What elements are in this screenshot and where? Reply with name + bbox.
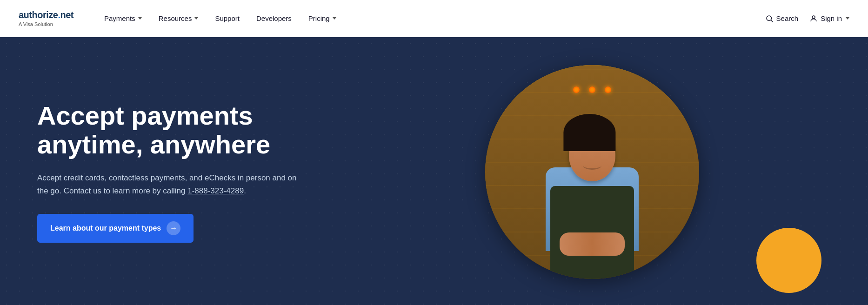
logo-text: authorize.net bbox=[19, 10, 74, 20]
hero-cta-button[interactable]: Learn about our payment types → bbox=[37, 214, 194, 243]
hero-section: Accept payments anytime, anywhere Accept… bbox=[0, 37, 868, 305]
chevron-down-icon bbox=[138, 17, 142, 20]
svg-point-0 bbox=[767, 16, 772, 21]
chevron-down-icon bbox=[333, 17, 336, 20]
hero-content: Accept payments anytime, anywhere Accept… bbox=[37, 101, 354, 243]
nav-item-developers[interactable]: Developers bbox=[250, 11, 298, 26]
woman-hands bbox=[560, 232, 625, 256]
hero-phone-link[interactable]: 1-888-323-4289 bbox=[187, 186, 244, 195]
woman-smile bbox=[583, 161, 601, 170]
svg-line-1 bbox=[771, 20, 773, 22]
navbar: authorize.net A Visa Solution Payments R… bbox=[0, 0, 868, 37]
nav-right: Search Sign in bbox=[765, 14, 849, 23]
logo-tagline: A Visa Solution bbox=[19, 21, 74, 27]
chevron-down-icon bbox=[846, 17, 849, 20]
user-icon bbox=[809, 14, 818, 23]
nav-item-resources[interactable]: Resources bbox=[152, 11, 205, 26]
nav-item-pricing[interactable]: Pricing bbox=[302, 11, 343, 26]
chevron-down-icon bbox=[194, 17, 198, 20]
woman-hair bbox=[563, 114, 615, 151]
logo-brand-name: authorize bbox=[19, 10, 58, 20]
nav-item-support[interactable]: Support bbox=[208, 11, 246, 26]
hero-title: Accept payments anytime, anywhere bbox=[37, 101, 354, 159]
logo[interactable]: authorize.net A Visa Solution bbox=[19, 10, 74, 27]
bar-lights bbox=[507, 86, 678, 93]
search-icon bbox=[765, 14, 774, 23]
nav-items: Payments Resources Support Developers Pr… bbox=[98, 11, 765, 26]
arrow-right-icon: → bbox=[167, 221, 180, 235]
signin-button[interactable]: Sign in bbox=[809, 14, 849, 23]
hero-image bbox=[485, 65, 699, 279]
svg-point-2 bbox=[812, 16, 815, 19]
nav-item-payments[interactable]: Payments bbox=[98, 11, 148, 26]
hero-image-area bbox=[354, 65, 831, 279]
search-button[interactable]: Search bbox=[765, 14, 799, 23]
hero-description: Accept credit cards, contactless payment… bbox=[37, 172, 298, 197]
yellow-accent-circle bbox=[756, 228, 821, 293]
